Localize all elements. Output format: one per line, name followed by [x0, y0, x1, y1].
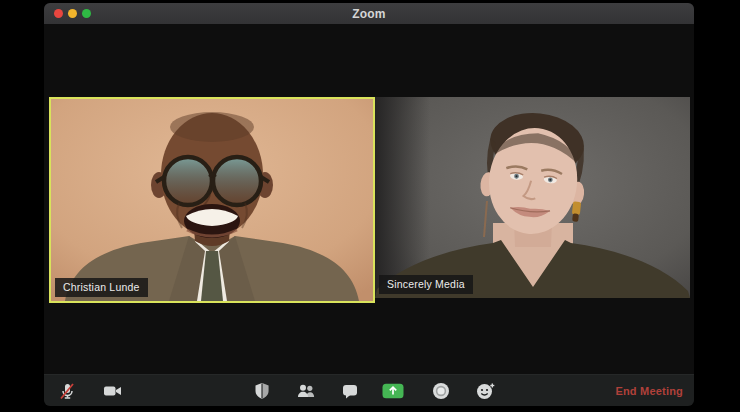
zoom-window: Zoom — [44, 3, 694, 406]
meeting-toolbar: End Meeting — [44, 374, 694, 406]
reactions-icon — [475, 381, 496, 401]
end-meeting-button[interactable]: End Meeting — [615, 385, 683, 397]
participants-icon — [296, 381, 317, 401]
traffic-lights — [54, 3, 91, 24]
minimize-window-button[interactable] — [68, 9, 77, 18]
video-tile-christian-lunde[interactable]: Christian Lunde — [49, 97, 375, 303]
video-camera-icon — [102, 381, 124, 401]
reactions-button[interactable] — [472, 378, 498, 404]
close-window-button[interactable] — [54, 9, 63, 18]
security-shield-icon — [252, 381, 272, 401]
participants-button[interactable] — [293, 378, 319, 404]
video-gallery: Christian Lunde — [44, 24, 694, 375]
stop-video-button[interactable] — [100, 378, 126, 404]
participant-name-label: Sincerely Media — [379, 275, 473, 294]
participant-video-feed — [375, 97, 690, 298]
record-icon — [431, 381, 451, 401]
window-titlebar[interactable]: Zoom — [44, 3, 694, 25]
share-screen-icon — [382, 381, 404, 401]
security-button[interactable] — [249, 378, 275, 404]
record-button[interactable] — [428, 378, 454, 404]
video-tile-sincerely-media[interactable]: Sincerely Media — [375, 97, 690, 298]
participant-video-feed — [51, 99, 373, 301]
window-title: Zoom — [352, 7, 385, 21]
participant-name-label: Christian Lunde — [55, 278, 148, 297]
share-screen-button[interactable] — [380, 378, 406, 404]
chat-icon — [340, 381, 360, 401]
chat-button[interactable] — [337, 378, 363, 404]
microphone-muted-icon — [57, 381, 77, 401]
fullscreen-window-button[interactable] — [82, 9, 91, 18]
mute-button[interactable] — [54, 378, 80, 404]
